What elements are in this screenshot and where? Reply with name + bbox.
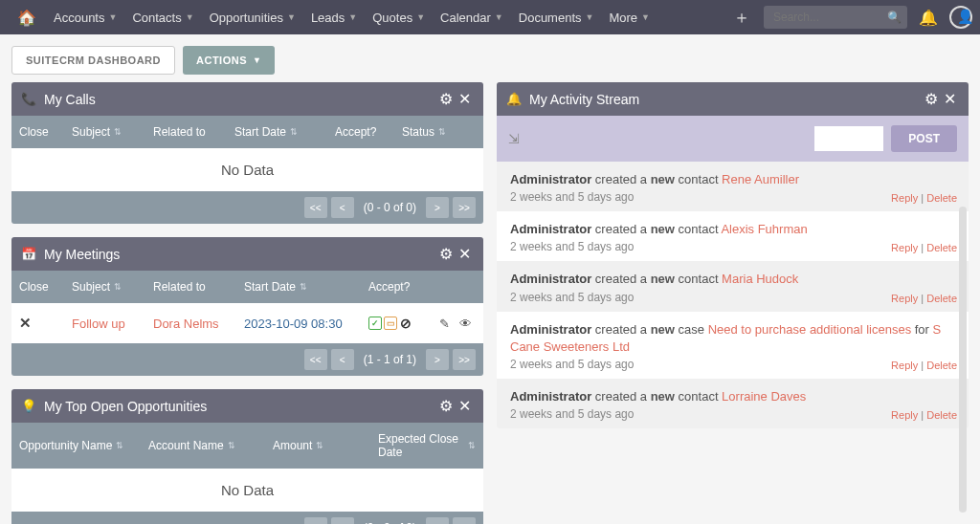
col-account-name[interactable]: Account Name⇅: [148, 432, 273, 459]
pager-next-button[interactable]: >: [426, 349, 449, 370]
nav-item-contacts[interactable]: Contacts▼: [124, 0, 201, 34]
sort-icon: ⇅: [114, 282, 122, 292]
dashboard-tab-button[interactable]: SUITECRM DASHBOARD: [11, 46, 175, 75]
post-button[interactable]: POST: [891, 125, 957, 152]
calls-table-header: Close Subject⇅ Related to Start Date⇅ Ac…: [11, 116, 483, 148]
activity-link[interactable]: Need to purchase additional licenses: [708, 322, 911, 337]
col-start-date[interactable]: Start Date⇅: [234, 125, 335, 139]
activity-link[interactable]: Maria Hudock: [722, 272, 798, 286]
reply-link[interactable]: Reply: [891, 293, 918, 304]
col-subject[interactable]: Subject⇅: [72, 280, 153, 294]
close-icon[interactable]: ✕: [456, 90, 474, 108]
chevron-down-icon: ▼: [641, 12, 650, 22]
search-icon[interactable]: 🔍: [887, 11, 902, 24]
notifications-icon[interactable]: 🔔: [913, 9, 944, 27]
accept-decline-icon[interactable]: ⊘: [399, 317, 412, 330]
reply-link[interactable]: Reply: [891, 242, 918, 253]
meeting-related-link[interactable]: Dora Nelms: [153, 317, 219, 331]
close-icon[interactable]: ✕: [456, 245, 474, 263]
col-accept[interactable]: Accept?: [335, 125, 402, 139]
gear-icon[interactable]: ⚙: [436, 245, 456, 263]
activity-actor: Administrator: [510, 172, 591, 186]
nav-item-quotes[interactable]: Quotes▼: [365, 0, 433, 34]
activity-text: Administrator created a new case Need to…: [510, 321, 955, 356]
scrollbar[interactable]: [959, 207, 967, 513]
user-menu-icon[interactable]: 👤: [949, 6, 972, 29]
accept-tentative-icon[interactable]: ▭: [384, 317, 397, 330]
pager-prev-button[interactable]: <: [331, 517, 354, 524]
activity-link[interactable]: Lorraine Daves: [722, 389, 806, 404]
col-close[interactable]: Close: [19, 125, 72, 139]
meeting-subject-link[interactable]: Follow up: [72, 317, 125, 331]
col-accept[interactable]: Accept?: [368, 280, 435, 294]
search-input[interactable]: [764, 6, 907, 29]
nav-label: Quotes: [372, 11, 412, 25]
nav-item-opportunities[interactable]: Opportunities▼: [202, 0, 303, 34]
col-status[interactable]: Status⇅: [402, 125, 459, 139]
chevron-down-icon: ▼: [253, 55, 261, 65]
gear-icon[interactable]: ⚙: [436, 397, 456, 415]
panel-title: My Activity Stream: [529, 92, 922, 107]
gear-icon[interactable]: ⚙: [436, 90, 456, 108]
pager-first-button[interactable]: <<: [304, 197, 327, 218]
col-opp-name[interactable]: Opportunity Name⇅: [19, 432, 148, 459]
nav-label: More: [609, 11, 637, 25]
reply-link[interactable]: Reply: [891, 192, 918, 204]
no-data-message: No Data: [11, 148, 483, 191]
nav-item-documents[interactable]: Documents▼: [511, 0, 602, 34]
nav-item-more[interactable]: More▼: [601, 0, 657, 34]
activity-actor: Administrator: [510, 272, 591, 286]
activity-actions: Reply | Delete: [891, 192, 957, 204]
reply-link[interactable]: Reply: [891, 409, 918, 421]
pager-last-button[interactable]: >>: [453, 197, 476, 218]
activity-text: Administrator created a new contact Alex…: [510, 221, 955, 238]
left-column: 📞 My Calls ⚙ ✕ Close Subject⇅ Related to…: [11, 82, 483, 524]
meeting-date-link[interactable]: 2023-10-09 08:30: [244, 317, 343, 331]
actions-button[interactable]: ACTIONS ▼: [183, 46, 275, 75]
col-close[interactable]: Close: [19, 280, 72, 294]
pager-prev-button[interactable]: <: [331, 197, 354, 218]
edit-icon[interactable]: ✎: [439, 317, 450, 331]
calendar-icon: 📅: [21, 247, 36, 261]
delete-link[interactable]: Delete: [926, 409, 957, 421]
activity-time: 2 weeks and 5 days ago: [510, 358, 955, 371]
close-icon[interactable]: ✕: [941, 90, 959, 108]
pager-next-button[interactable]: >: [426, 197, 449, 218]
panel-title: My Calls: [44, 92, 436, 107]
close-icon[interactable]: ✕: [456, 397, 474, 415]
nav-label: Documents: [519, 11, 582, 25]
nav-item-accounts[interactable]: Accounts▼: [46, 0, 124, 34]
col-subject[interactable]: Subject⇅: [72, 125, 153, 139]
gear-icon[interactable]: ⚙: [922, 90, 941, 108]
accept-yes-icon[interactable]: ✓: [368, 317, 382, 330]
pager-prev-button[interactable]: <: [331, 349, 354, 370]
activity-link[interactable]: Alexis Fuhrman: [721, 222, 807, 236]
pager-first-button[interactable]: <<: [304, 349, 327, 370]
nav-item-leads[interactable]: Leads▼: [303, 0, 365, 34]
sort-icon: ⇅: [290, 127, 298, 137]
nav-item-calendar[interactable]: Calendar▼: [433, 0, 511, 34]
pager-last-button[interactable]: >>: [453, 517, 476, 524]
delete-link[interactable]: Delete: [926, 360, 957, 371]
activity-link[interactable]: Rene Aumiller: [722, 172, 799, 186]
pager-next-button[interactable]: >: [426, 517, 449, 524]
home-icon[interactable]: 🏠: [8, 9, 46, 27]
col-related-to[interactable]: Related to: [153, 125, 234, 139]
compose-input[interactable]: [814, 126, 883, 151]
delete-link[interactable]: Delete: [926, 192, 957, 204]
col-related-to[interactable]: Related to: [153, 280, 244, 294]
activity-text: Administrator created a new contact Rene…: [510, 171, 955, 188]
col-start-date[interactable]: Start Date⇅: [244, 280, 368, 294]
quick-create-icon[interactable]: ＋: [725, 6, 758, 29]
close-meeting-icon[interactable]: ✕: [19, 315, 32, 331]
delete-link[interactable]: Delete: [926, 242, 957, 253]
col-amount[interactable]: Amount⇅: [273, 432, 378, 459]
delete-link[interactable]: Delete: [926, 293, 957, 304]
subheader: SUITECRM DASHBOARD ACTIONS ▼: [0, 34, 980, 82]
compose-type-icon[interactable]: ⇲: [508, 131, 520, 146]
pager-last-button[interactable]: >>: [453, 349, 476, 370]
view-icon[interactable]: 👁: [459, 317, 472, 331]
reply-link[interactable]: Reply: [891, 360, 918, 371]
pager-first-button[interactable]: <<: [304, 517, 327, 524]
col-close-date[interactable]: Expected Close Date⇅: [378, 432, 476, 459]
